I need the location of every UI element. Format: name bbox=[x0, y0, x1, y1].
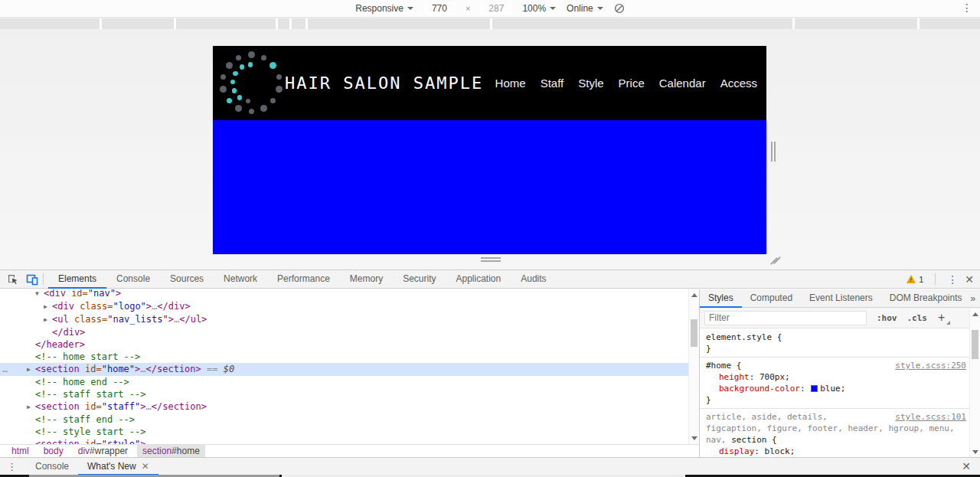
css-property[interactable]: background-color: blue; bbox=[706, 383, 969, 394]
site-header: HAIR SALON SAMPLE HomeStaffStylePriceCal… bbox=[213, 46, 766, 120]
zoom-select[interactable]: 100% bbox=[522, 3, 556, 14]
code-token: $0 bbox=[224, 364, 234, 374]
property-name: background-color bbox=[719, 384, 800, 394]
tab-sources[interactable]: Sources bbox=[160, 270, 214, 289]
drawer-tab-console[interactable]: Console bbox=[26, 458, 78, 475]
tab-close-icon[interactable]: ✕ bbox=[142, 458, 149, 475]
device-width-input[interactable] bbox=[424, 2, 455, 15]
tree-line-10[interactable]: <!-- staff end --> bbox=[0, 413, 699, 426]
viewport-resize-handle-right[interactable] bbox=[771, 142, 777, 162]
code-token: </section> bbox=[152, 401, 207, 412]
site-logo-text[interactable]: HAIR SALON SAMPLE bbox=[285, 74, 483, 93]
tree-line-6[interactable]: …▶<section id="home">…</section> == $0 bbox=[0, 363, 699, 376]
tab-audits[interactable]: Audits bbox=[511, 270, 556, 289]
devtools-close-icon[interactable]: ✕ bbox=[965, 273, 974, 286]
nav-link-style[interactable]: Style bbox=[578, 77, 603, 90]
breadcrumb-item-section-home[interactable]: section#home bbox=[137, 445, 205, 459]
chevron-down-icon bbox=[407, 7, 413, 10]
tab-application[interactable]: Application bbox=[446, 270, 511, 289]
tree-line-5[interactable]: <!-- home start --> bbox=[0, 351, 699, 363]
new-style-rule-button[interactable]: + bbox=[938, 312, 945, 323]
sidebar-tab-computed[interactable]: Computed bbox=[742, 289, 801, 308]
network-throttle-select[interactable]: Online bbox=[567, 3, 603, 14]
tree-line-12[interactable]: <section id="style"> bbox=[0, 438, 699, 444]
drawer-tab-what-s-new[interactable]: What's New✕ bbox=[78, 458, 158, 475]
tree-line-8[interactable]: <!-- staff start --> bbox=[0, 388, 699, 400]
selector-token: element.style bbox=[706, 332, 772, 342]
scroll-down-icon[interactable] bbox=[972, 450, 978, 454]
drawer-kebab-icon[interactable]: ⋮ bbox=[7, 461, 17, 472]
stylesheet-link[interactable]: style.scss:101 bbox=[885, 411, 969, 423]
more-tabs-icon[interactable]: » bbox=[970, 293, 975, 304]
breadcrumb-item-html[interactable]: html bbox=[6, 445, 34, 459]
tab-memory[interactable]: Memory bbox=[340, 270, 393, 289]
tree-line-0[interactable]: ▼<div id="nav"> bbox=[0, 289, 699, 300]
console-warning-badge[interactable]: 1 bbox=[906, 275, 923, 284]
tab-console[interactable]: Console bbox=[106, 270, 160, 289]
device-type-select[interactable]: Responsive bbox=[355, 3, 413, 14]
tree-line-7[interactable]: <!-- home end --> bbox=[0, 376, 699, 388]
sidebar-tab-event-listeners[interactable]: Event Listeners bbox=[801, 289, 881, 308]
devtools-kebab-icon[interactable]: ⋮ bbox=[947, 273, 958, 286]
nav-link-price[interactable]: Price bbox=[619, 77, 645, 90]
tree-line-4[interactable]: </header> bbox=[0, 338, 699, 351]
tree-line-3[interactable]: </div> bbox=[0, 326, 699, 338]
expand-closed-icon[interactable]: ▶ bbox=[44, 301, 52, 313]
tab-elements[interactable]: Elements bbox=[48, 270, 106, 289]
tree-line-2[interactable]: ▶<ul class="nav_lists">…</ul> bbox=[0, 313, 699, 326]
toggle-class-button[interactable]: .cls bbox=[907, 313, 928, 323]
rule-selector: element.style { bbox=[706, 332, 969, 343]
code-token: <!-- style start --> bbox=[35, 426, 146, 437]
nav-link-staff[interactable]: Staff bbox=[541, 77, 564, 90]
css-property[interactable]: height: 700px; bbox=[706, 371, 969, 383]
nav-link-calendar[interactable]: Calendar bbox=[659, 77, 706, 90]
logo-dot bbox=[276, 86, 283, 93]
tab-performance[interactable]: Performance bbox=[267, 270, 340, 289]
tree-line-1[interactable]: ▶<div class="logo">…</div> bbox=[0, 300, 699, 313]
scroll-up-icon[interactable] bbox=[691, 293, 697, 297]
code-token: "style" bbox=[102, 439, 141, 444]
breadcrumb-item-div-wrapper[interactable]: div#wrapper bbox=[73, 445, 133, 459]
toolbar-kebab-icon[interactable]: ⋮ bbox=[962, 2, 972, 14]
toggle-hover-state-button[interactable]: :hov bbox=[877, 313, 897, 323]
viewport-resize-handle-bottom[interactable] bbox=[481, 257, 501, 263]
tab-network[interactable]: Network bbox=[214, 270, 267, 289]
scrollbar-thumb[interactable] bbox=[691, 319, 697, 347]
expand-open-icon[interactable]: ▼ bbox=[35, 289, 44, 300]
stylesheet-link[interactable]: style.scss:250 bbox=[885, 360, 969, 371]
css-property[interactable]: display: block; bbox=[706, 446, 969, 457]
sidebar-tab-styles[interactable]: Styles bbox=[700, 289, 742, 308]
code-token: <!-- home end --> bbox=[35, 377, 129, 387]
drawer-tab-label: Console bbox=[35, 458, 69, 475]
logo-dot bbox=[276, 74, 282, 80]
breadcrumb: htmlbodydiv#wrappersection#home bbox=[0, 444, 699, 458]
expand-closed-icon[interactable]: ▶ bbox=[27, 364, 35, 376]
styles-filter-row: :hov .cls + bbox=[700, 308, 980, 328]
drawer-close-icon[interactable]: ✕ bbox=[962, 460, 971, 472]
tab-security[interactable]: Security bbox=[393, 270, 446, 289]
styles-filter-input[interactable] bbox=[704, 311, 867, 325]
crumb-token: #home bbox=[172, 446, 200, 456]
sidebar-tab-dom-breakpoints[interactable]: DOM Breakpoints bbox=[881, 289, 971, 308]
device-height-input[interactable] bbox=[481, 2, 511, 15]
color-swatch[interactable] bbox=[811, 385, 818, 392]
logo-dot bbox=[270, 62, 276, 69]
tab-strip-segment bbox=[102, 18, 174, 29]
styles-scrollbar[interactable] bbox=[969, 309, 980, 458]
inspect-element-icon[interactable] bbox=[7, 273, 19, 286]
scroll-up-icon[interactable] bbox=[972, 312, 978, 316]
tree-line-9[interactable]: ▶<section id="staff">…</section> bbox=[0, 400, 699, 413]
close-brace: } bbox=[706, 343, 969, 354]
breadcrumb-item-body[interactable]: body bbox=[38, 445, 69, 459]
nav-link-home[interactable]: Home bbox=[495, 77, 526, 90]
device-toolbar-toggle-icon[interactable] bbox=[26, 273, 38, 286]
viewport-resize-handle-corner[interactable] bbox=[768, 256, 780, 266]
scroll-down-icon[interactable] bbox=[691, 436, 697, 440]
expand-closed-icon[interactable]: ▶ bbox=[27, 401, 35, 413]
elements-scrollbar[interactable] bbox=[688, 289, 699, 444]
tree-line-11[interactable]: <!-- style start --> bbox=[0, 426, 699, 438]
zoom-label: 100% bbox=[522, 3, 546, 14]
nav-link-access[interactable]: Access bbox=[720, 77, 757, 90]
scrollbar-thumb[interactable] bbox=[972, 330, 978, 359]
expand-closed-icon[interactable]: ▶ bbox=[44, 314, 52, 326]
